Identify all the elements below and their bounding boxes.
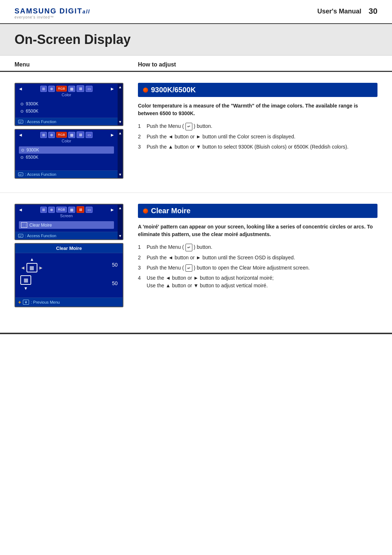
step-1-3-text: Push the ▲ button or ▼ button to select … [147, 143, 377, 151]
osd-color-label-2: Color [15, 139, 118, 144]
page-footer-line [0, 333, 392, 334]
osd-rgb-icon: RGB [56, 86, 67, 92]
page-number: 30 [369, 7, 377, 16]
left-arrow-h: ◄ [20, 265, 25, 271]
osd-left-arrow: ◄ [18, 86, 23, 92]
osd-topbar-screen: ◄ ⊞ ⊕ RGB ▦ 🖥 ▭ ► [15, 204, 118, 214]
up-arrow-h: ▲ [30, 257, 34, 262]
osd-left-arrow-screen: ◄ [18, 207, 23, 212]
osd-right-arrow-screen: ► [110, 207, 115, 212]
section1-dot [143, 88, 148, 93]
osd-grid-icon-s: ⊞ [40, 207, 47, 213]
osd-left-arrow-2: ◄ [18, 132, 23, 138]
right-arrow-h: ► [38, 265, 44, 271]
down-arrow-v: ▼ [24, 286, 28, 291]
step-1-3-num: 3 [138, 143, 144, 151]
osd-access-label-2: : Access Function [25, 172, 56, 177]
osd-right-arrow: ► [110, 86, 115, 92]
osd-rgb-icon-2: RGB [56, 132, 67, 138]
osd-box-icon-s: ▭ [86, 207, 93, 213]
osd-access-label: : Access Function [25, 119, 56, 124]
osd-item-6500k-2: ⊙ 6500K [19, 154, 114, 161]
osd-clearmoire-label: Clear Moire [29, 223, 52, 228]
section2-left: ◄ ⊞ ⊕ RGB ▦ 🖥 ▭ ► Screen [15, 204, 123, 307]
osd-color-label: Color [15, 93, 118, 98]
osd-9300-icon-2: ⊙ [21, 148, 24, 153]
column-headers: Menu How to adjust [0, 56, 392, 72]
osd-box-icon-2: ▭ [86, 132, 93, 138]
scroll-down: ▼ [118, 120, 122, 124]
osd-brightness-icon: ▦ [68, 86, 75, 92]
page-header: SAMSUNG DIGITall everyone's invited™ Use… [0, 0, 392, 24]
step-2-4-text: Use the ◄ button or ► button to adjust h… [147, 274, 377, 289]
osd-moire-icon: ⬚ [21, 222, 27, 228]
moire-h-icon: ▦ [26, 263, 37, 272]
moire-h-visual: ▦ [29, 265, 34, 271]
step-2-2: 2 Push the ◄ button or ► button until th… [138, 254, 377, 262]
osd-bottom-1: ↵ : Access Function [15, 118, 118, 125]
step-1-1: 1 Push the Menu ( ↵ ) button. [138, 122, 377, 130]
osd-6500k-label: 6500K [26, 109, 38, 114]
osd-color-screen-2: ◄ ⊞ ⊕ RGB ▦ 🖥 ▭ ► Color [15, 129, 123, 179]
osd-rgb-icon-s: RGB [56, 207, 67, 212]
osd-screen-menu: ◄ ⊞ ⊕ RGB ▦ 🖥 ▭ ► Screen [15, 204, 123, 240]
osd-globe-icon-2: ⊕ [48, 132, 55, 138]
scroll-up-2: ▲ [118, 131, 122, 135]
osd-grid-icon-2: ⊞ [40, 132, 47, 138]
osd-6500-icon-2: ⊙ [20, 155, 24, 160]
moire-v-value: 50 [109, 280, 118, 286]
osd-color-screen-1: ◄ ⊞ ⊕ RGB ▦ 🖥 ▭ ► Color [15, 83, 123, 126]
plus-icon-prev: + [18, 299, 21, 305]
step-2-2-text: Push the ◄ button or ► button until the … [147, 254, 377, 262]
osd-item-9300k: ⊙ 9300K [19, 100, 114, 108]
osd-moire-content: ▲ ◄ ▦ ► 50 [15, 253, 123, 297]
section2-steps: 1 Push the Menu ( ↵ ) button. 2 Push the… [138, 243, 377, 289]
section1-desc: Color temperature is a measure of the "W… [138, 102, 377, 117]
section-clear-moire: ◄ ⊞ ⊕ RGB ▦ 🖥 ▭ ► Screen [0, 193, 392, 318]
osd-screen-label: Screen [15, 214, 118, 219]
osd-scrollbar-2: ▲ ▼ [118, 130, 123, 178]
osd-6500k-label-2: 6500K [26, 155, 38, 160]
osd-right-arrow-2: ► [110, 132, 115, 138]
manual-title: User's Manual [317, 8, 361, 15]
step-1-2-num: 2 [138, 133, 144, 141]
step-2-3-num: 3 [138, 264, 144, 272]
scroll-down-2: ▼ [118, 173, 122, 177]
moire-v-icon: ▦ [20, 275, 31, 285]
osd-box-icon: ▭ [86, 86, 93, 92]
section2-desc: A 'moiré' pattern can appear on your scr… [138, 223, 377, 238]
osd-bottom-2: ↵ : Access Function [15, 170, 118, 178]
step-2-1-num: 1 [138, 243, 144, 251]
osd-monitor-icon-2: 🖥 [77, 131, 84, 138]
osd-globe-icon: ⊕ [48, 86, 55, 92]
osd-item-9300k-highlighted: ⊙ 9300K [19, 146, 114, 154]
col-menu-label: Menu [15, 61, 123, 68]
scroll-up-s: ▲ [118, 206, 122, 210]
step-2-1-text: Push the Menu ( ↵ ) button. [147, 243, 377, 251]
enter-icon-2: ↵ [18, 173, 23, 176]
monitor-icon-prev: 🖥 [23, 300, 29, 305]
osd-icons-screen: ⊞ ⊕ RGB ▦ 🖥 ▭ [40, 206, 93, 213]
previous-menu-label: : Previous Menu [31, 300, 60, 304]
osd-bottom-screen: ↵ : Access Function [15, 232, 118, 239]
moire-v-row: ▦ ▼ 50 [20, 275, 118, 291]
step-2-4: 4 Use the ◄ button or ► button to adjust… [138, 274, 377, 289]
osd-monitor-icon: 🖥 [77, 85, 84, 92]
osd-grid-icon: ⊞ [40, 86, 47, 92]
osd-9300k-label-2: 9300K [26, 147, 39, 153]
moire-v-arrows-top: ▲ ◄ ▦ ► [20, 257, 44, 272]
osd-content-1: ⊙ 9300K ⊙ 6500K [15, 98, 118, 118]
page-title-section: On-Screen Display [0, 24, 392, 56]
section2-right: Clear Moire A 'moiré' pattern can appear… [123, 204, 377, 307]
page-title: On-Screen Display [15, 32, 377, 47]
col-howto-label: How to adjust [123, 61, 377, 68]
section1-right: 9300K/6500K Color temperature is a measu… [123, 83, 377, 182]
osd-scrollbar-s: ▲ ▼ [118, 204, 123, 239]
step-2-2-num: 2 [138, 254, 144, 262]
osd-bottom-moire: + 🖥 : Previous Menu [15, 297, 123, 307]
step-2-3: 3 Push the Menu ( ↵ ) button to open the… [138, 264, 377, 272]
step-1-2: 2 Push the ◄ button or ► button until th… [138, 133, 377, 141]
logo-tagline: everyone's invited™ [15, 15, 90, 20]
osd-scrollbar-1: ▲ ▼ [118, 84, 123, 125]
osd-9300k-label: 9300K [26, 101, 38, 106]
